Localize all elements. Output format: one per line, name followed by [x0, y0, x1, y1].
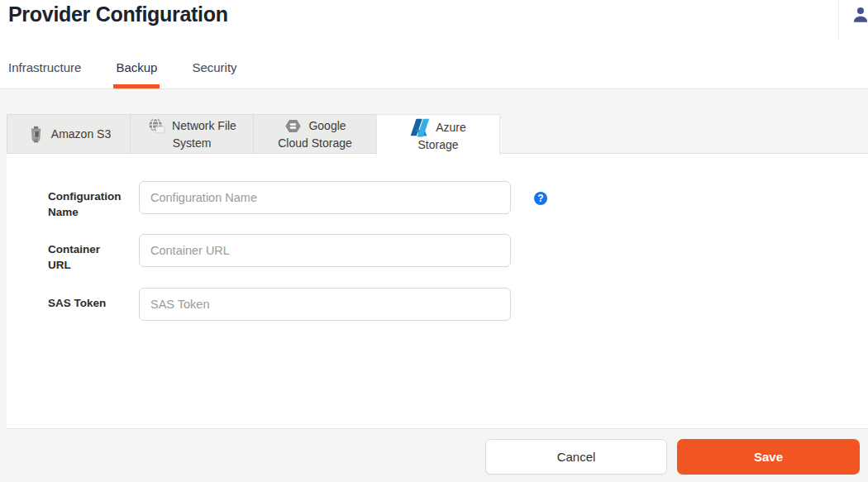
azure-storage-icon: [410, 117, 430, 137]
page-header: Provider Configuration Infrastructure Ba…: [0, 0, 868, 89]
provider-tab-amazon-s3[interactable]: Amazon S3: [7, 114, 131, 154]
header-divider: [838, 0, 839, 40]
provider-tab-label-line1: Network File: [172, 118, 236, 134]
amazon-s3-icon: [26, 125, 45, 144]
help-icon[interactable]: ?: [534, 192, 547, 205]
nav-tab-infrastructure[interactable]: Infrastructure: [8, 53, 81, 89]
provider-tab-label-line1: Amazon S3: [51, 126, 111, 142]
sas-token-input[interactable]: [139, 288, 511, 321]
provider-configuration-page: Provider Configuration Infrastructure Ba…: [0, 0, 868, 482]
provider-tab-label-line2: System: [131, 136, 253, 151]
user-icon[interactable]: [851, 6, 868, 24]
sas-token-label: SAS Token: [48, 295, 119, 311]
provider-tab-azure-storage[interactable]: Azure Storage: [376, 114, 500, 155]
top-nav: Infrastructure Backup Security: [8, 53, 237, 89]
provider-tab-label-line2: Storage: [377, 137, 499, 153]
nav-tab-label: Infrastructure: [8, 60, 81, 74]
page-title: Provider Configuration: [8, 2, 228, 26]
google-cloud-storage-icon: [284, 117, 303, 136]
network-file-system-icon: [147, 117, 166, 136]
provider-tab-network-file-system[interactable]: Network File System: [130, 114, 254, 154]
cancel-button[interactable]: Cancel: [485, 439, 667, 475]
provider-tabstrip: Amazon S3 Network File: [7, 114, 868, 154]
configuration-name-label: Configuration Name: [48, 189, 119, 220]
provider-tab-label-line1: Azure: [436, 120, 466, 136]
footer-action-bar: Cancel Save: [0, 428, 868, 482]
nav-tab-security[interactable]: Security: [192, 53, 236, 89]
configuration-name-input[interactable]: [139, 181, 511, 214]
nav-tab-backup[interactable]: Backup: [116, 53, 157, 89]
container-url-input[interactable]: [139, 234, 511, 267]
provider-tab-google-cloud-storage[interactable]: Google Cloud Storage: [253, 114, 377, 154]
provider-tab-label-line2: Cloud Storage: [254, 136, 376, 151]
container-url-label: Container URL: [48, 241, 119, 273]
nav-tab-label: Security: [192, 60, 236, 74]
provider-tab-label-line1: Google: [308, 118, 346, 134]
save-button[interactable]: Save: [677, 439, 860, 475]
nav-tab-label: Backup: [116, 60, 157, 74]
